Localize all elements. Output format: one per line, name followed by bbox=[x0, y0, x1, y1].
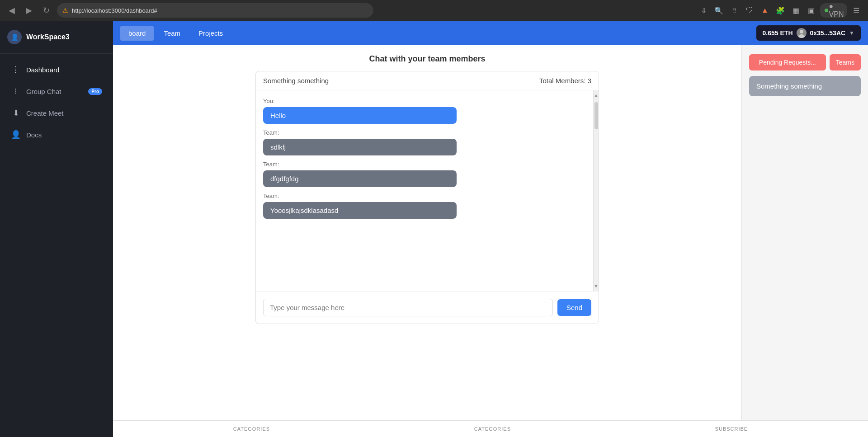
right-panel-buttons: Pending Requests... Teams bbox=[749, 54, 861, 70]
docs-icon: 👤 bbox=[11, 130, 21, 140]
logo-text: WorkSpace3 bbox=[26, 33, 70, 41]
message-group-2: Team: sdlkfj bbox=[263, 129, 586, 155]
menu-icon[interactable]: ☰ bbox=[850, 4, 863, 17]
sender-team-3: Team: bbox=[263, 193, 586, 199]
reload-button[interactable]: ↻ bbox=[40, 4, 52, 17]
wallet-badge[interactable]: 0.655 ETH 0x35...53AC ▼ bbox=[756, 25, 861, 41]
sidebar-item-group-chat-label: Group Chat bbox=[26, 88, 83, 95]
message-bubble-dfgdfgfdg: dfgdfgfdg bbox=[263, 170, 457, 187]
message-group-3: Team: dfgdfgfdg bbox=[263, 161, 586, 187]
sidebar-item-dashboard[interactable]: ⋮ Dashboard bbox=[2, 59, 111, 80]
logo-icon: 👤 bbox=[7, 30, 22, 44]
app-layout: 👤 WorkSpace3 ⋮ Dashboard ⁝ Group Chat Pr… bbox=[0, 21, 868, 437]
security-icon: ⚠ bbox=[62, 7, 68, 14]
message-input[interactable] bbox=[263, 299, 553, 316]
chat-area: Chat with your team members Something so… bbox=[246, 45, 608, 420]
chat-room-name: Something something bbox=[263, 77, 329, 85]
logo-avatar: 👤 bbox=[11, 33, 19, 41]
share-icon[interactable]: ⇪ bbox=[728, 4, 741, 17]
footer: CATEGORIES CATEGORIES SUBSCRIBE bbox=[113, 420, 868, 437]
scroll-thumb[interactable] bbox=[594, 102, 598, 129]
vpn-badge[interactable]: ● VPN bbox=[820, 3, 847, 18]
message-bubble-sdlkfj: sdlkfj bbox=[263, 139, 457, 155]
total-members-count: 3 bbox=[588, 77, 591, 85]
pip-icon[interactable]: ▣ bbox=[805, 4, 817, 17]
sidebar-item-dashboard-label: Dashboard bbox=[26, 66, 102, 74]
chat-header: Something something Total Members: 3 bbox=[256, 71, 599, 90]
message-group-1: You: Hello bbox=[263, 98, 586, 124]
message-bubble-hello: Hello bbox=[263, 107, 457, 124]
chat-input-area: Send bbox=[256, 291, 599, 324]
total-members-info: Total Members: 3 bbox=[539, 77, 591, 85]
footer-col-1: CATEGORIES bbox=[233, 426, 270, 432]
page-content: Chat with your team members Something so… bbox=[113, 45, 868, 420]
footer-col-3: SUBSCRIBE bbox=[715, 426, 748, 432]
sidebar-nav: ⋮ Dashboard ⁝ Group Chat Pro ⬇ Create Me… bbox=[0, 54, 113, 150]
total-members-label: Total Members: bbox=[539, 77, 586, 85]
messages-wrapper: You: Hello Team: sdlkfj Team: bbox=[256, 90, 599, 291]
back-button[interactable]: ◀ bbox=[5, 4, 18, 17]
eth-amount: 0.655 ETH bbox=[763, 29, 793, 37]
message-group-4: Team: Yooosjlkajsdklasadasd bbox=[263, 193, 586, 219]
scroll-up-arrow[interactable]: ▲ bbox=[592, 90, 599, 100]
sender-you: You: bbox=[263, 98, 586, 104]
forward-button[interactable]: ▶ bbox=[23, 4, 35, 17]
top-nav: board Team Projects 0.655 ETH 0x35...53A bbox=[113, 21, 868, 45]
right-panel: Pending Requests... Teams Something some… bbox=[741, 45, 868, 420]
group-chat-icon: ⁝ bbox=[11, 86, 21, 96]
sidebar-item-create-meet[interactable]: ⬇ Create Meet bbox=[2, 103, 111, 123]
search-icon[interactable]: 🔍 bbox=[712, 4, 725, 17]
teams-button[interactable]: Teams bbox=[830, 54, 861, 70]
wallet-address: 0x35...53AC bbox=[810, 29, 846, 37]
scroll-indicator: ▲ ▼ bbox=[593, 90, 599, 291]
chat-page-title: Chat with your team members bbox=[255, 54, 599, 64]
sidebar-icon[interactable]: ▦ bbox=[789, 4, 802, 17]
pro-badge: Pro bbox=[88, 88, 102, 95]
sidebar-item-create-meet-label: Create Meet bbox=[26, 109, 102, 117]
create-meet-icon: ⬇ bbox=[11, 108, 21, 118]
download-icon[interactable]: ⇩ bbox=[697, 4, 710, 17]
shield-icon[interactable]: 🛡 bbox=[743, 4, 756, 17]
browser-chrome: ◀ ▶ ↻ ⚠ http://localhost:3000/dashboard#… bbox=[0, 0, 868, 21]
sidebar-logo: 👤 WorkSpace3 bbox=[0, 21, 113, 54]
dashboard-icon: ⋮ bbox=[11, 65, 21, 75]
team-card[interactable]: Something something bbox=[749, 76, 861, 96]
chat-container: Something something Total Members: 3 You… bbox=[255, 71, 599, 324]
sender-team-2: Team: bbox=[263, 161, 586, 168]
vpn-status-dot bbox=[825, 9, 828, 12]
pending-requests-button[interactable]: Pending Requests... bbox=[749, 54, 826, 70]
puzzle-icon[interactable]: 🧩 bbox=[774, 4, 787, 17]
main-content: board Team Projects 0.655 ETH 0x35...53A bbox=[113, 21, 868, 437]
browser-toolbar: ⇩ 🔍 ⇪ 🛡 ▲ 🧩 ▦ ▣ ● VPN ☰ bbox=[697, 3, 863, 18]
svg-point-1 bbox=[800, 30, 803, 33]
scroll-down-arrow[interactable]: ▼ bbox=[592, 281, 599, 291]
sidebar-item-docs[interactable]: 👤 Docs bbox=[2, 124, 111, 145]
nav-item-projects[interactable]: Projects bbox=[190, 26, 231, 41]
sidebar: 👤 WorkSpace3 ⋮ Dashboard ⁝ Group Chat Pr… bbox=[0, 21, 113, 437]
sidebar-item-group-chat[interactable]: ⁝ Group Chat Pro bbox=[2, 81, 111, 102]
vpn-label: ● VPN bbox=[830, 4, 843, 17]
wallet-dropdown-arrow: ▼ bbox=[849, 30, 854, 36]
sender-team-1: Team: bbox=[263, 129, 586, 136]
sidebar-item-docs-label: Docs bbox=[26, 131, 102, 139]
chat-messages: You: Hello Team: sdlkfj Team: bbox=[256, 90, 593, 291]
send-button[interactable]: Send bbox=[557, 299, 591, 316]
url-text: http://localhost:3000/dashboard# bbox=[72, 7, 157, 14]
nav-item-board[interactable]: board bbox=[120, 26, 154, 41]
footer-col-2: CATEGORIES bbox=[474, 426, 511, 432]
address-bar[interactable]: ⚠ http://localhost:3000/dashboard# bbox=[57, 3, 373, 18]
alert-icon[interactable]: ▲ bbox=[759, 4, 771, 17]
wallet-avatar bbox=[797, 28, 807, 38]
nav-item-team[interactable]: Team bbox=[156, 26, 189, 41]
message-bubble-yooosjlk: Yooosjlkajsdklasadasd bbox=[263, 202, 457, 219]
